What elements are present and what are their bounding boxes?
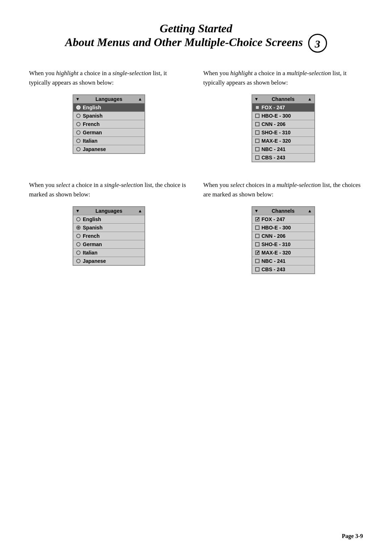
radio-english-top <box>76 105 81 110</box>
menu-item-german-bottom[interactable]: German <box>73 240 144 249</box>
menu-item-spanish-top[interactable]: Spanish <box>73 112 144 120</box>
channel-sho-bottom[interactable]: SHO-E - 310 <box>252 240 314 249</box>
channel-nbc-bottom[interactable]: NBC - 241 <box>252 257 314 265</box>
channel-sho-top[interactable]: SHO-E - 310 <box>252 129 314 137</box>
label-hbo-top: HBO-E - 300 <box>262 113 291 119</box>
menu-item-german-top[interactable]: German <box>73 129 144 137</box>
channel-nbc-top[interactable]: NBC - 241 <box>252 145 314 154</box>
channel-hbo-top[interactable]: HBO-E - 300 <box>252 112 314 120</box>
menu-header-top-left: ▼ Languages ▲ <box>73 95 144 103</box>
menu-item-spanish-bottom[interactable]: Spanish <box>73 224 144 232</box>
radio-japanese-top <box>76 147 81 151</box>
label-french-top: French <box>83 121 100 127</box>
checkbox-cbs-bottom <box>255 267 260 272</box>
label-spanish-bottom: Spanish <box>83 225 102 231</box>
channel-cbs-top[interactable]: CBS - 243 <box>252 154 314 162</box>
checkbox-max-top <box>255 139 260 143</box>
menu-item-english-top[interactable]: English <box>73 103 144 112</box>
bottom-left-description: When you select a choice in a single-sel… <box>29 180 189 199</box>
bottom-right-description: When you select choices in a multiple-se… <box>203 180 363 199</box>
menu-title-bottom-left: Languages <box>95 208 122 214</box>
channels-title-bottom: Channels <box>271 208 294 214</box>
checkbox-cnn-top <box>255 122 260 126</box>
menu-item-french-top[interactable]: French <box>73 120 144 129</box>
channel-max-top[interactable]: MAX-E - 320 <box>252 137 314 145</box>
radio-french-top <box>76 122 81 126</box>
top-right-col: When you highlight a choice in a multipl… <box>203 69 363 162</box>
radio-spanish-bottom-selected <box>76 225 81 230</box>
channels-header-top: ▼ Channels ▲ <box>252 95 314 103</box>
arrow-up-left: ▼ <box>75 97 80 102</box>
label-japanese-bottom: Japanese <box>83 258 106 264</box>
menu-item-japanese-top[interactable]: Japanese <box>73 145 144 153</box>
radio-japanese-bottom <box>76 259 81 263</box>
channel-fox-bottom[interactable]: FOX - 247 <box>252 215 314 224</box>
radio-german-top <box>76 130 81 135</box>
checkbox-cnn-bottom <box>255 234 260 238</box>
top-right-description: When you highlight a choice in a multipl… <box>203 69 363 87</box>
checkbox-hbo-top <box>255 114 260 118</box>
top-left-menu-wrapper: ▼ Languages ▲ English Spanish Frenc <box>29 94 189 154</box>
top-left-col: When you highlight a choice in a single-… <box>29 69 189 162</box>
bottom-left-menu-wrapper: ▼ Languages ▲ English Spanish Frenc <box>29 206 189 266</box>
bl-arrow-left: ▼ <box>75 208 80 213</box>
label-german-bottom: German <box>83 241 102 247</box>
checkbox-max-bottom-checked <box>255 250 260 255</box>
channel-fox-top[interactable]: FOX - 247 <box>252 103 314 112</box>
label-french-bottom: French <box>83 233 100 239</box>
menu-item-italian-bottom[interactable]: Italian <box>73 249 144 257</box>
checkbox-fox-bottom-checked <box>255 217 260 221</box>
label-italian-top: Italian <box>83 138 97 144</box>
page-number: Page 3-9 <box>342 533 363 539</box>
menu-item-french-bottom[interactable]: French <box>73 232 144 240</box>
menu-item-english-bottom[interactable]: English <box>73 215 144 224</box>
channels-title-top: Channels <box>271 96 294 102</box>
channels-menu-bottom-right: ▼ Channels ▲ FOX - 247 HBO-E - 300 <box>252 206 315 274</box>
top-section: When you highlight a choice in a single-… <box>29 69 363 162</box>
label-cbs-bottom: CBS - 243 <box>262 266 285 272</box>
page-header: Getting Started About Menus and Other Mu… <box>29 22 363 54</box>
label-sho-bottom: SHO-E - 310 <box>262 241 291 247</box>
top-left-description: When you highlight a choice in a single-… <box>29 69 189 87</box>
ch-arrow-up-right: ▲ <box>308 97 312 102</box>
label-english-top: English <box>83 105 101 110</box>
label-sho-top: SHO-E - 310 <box>262 130 291 135</box>
bottom-left-col: When you select a choice in a single-sel… <box>29 180 189 274</box>
arrow-up-right: ▲ <box>138 97 142 102</box>
ch-arrow-up-left: ▼ <box>254 97 259 102</box>
languages-menu-top-left: ▼ Languages ▲ English Spanish Frenc <box>73 94 145 154</box>
br-arrow-right: ▲ <box>308 208 312 213</box>
label-nbc-top: NBC - 241 <box>262 146 286 152</box>
radio-italian-bottom <box>76 250 81 255</box>
bottom-right-menu-wrapper: ▼ Channels ▲ FOX - 247 HBO-E - 300 <box>203 206 363 274</box>
radio-german-bottom <box>76 242 81 247</box>
menu-item-japanese-bottom[interactable]: Japanese <box>73 257 144 265</box>
channel-cbs-bottom[interactable]: CBS - 243 <box>252 265 314 273</box>
checkbox-hbo-bottom <box>255 225 260 230</box>
bottom-right-col: When you select choices in a multiple-se… <box>203 180 363 274</box>
radio-spanish-top <box>76 114 81 118</box>
channel-max-bottom[interactable]: MAX-E - 320 <box>252 249 314 257</box>
channel-cnn-top[interactable]: CNN - 206 <box>252 120 314 129</box>
label-english-bottom: English <box>83 216 101 222</box>
channels-menu-top-right: ▼ Channels ▲ FOX - 247 HBO-E - 300 <box>252 94 315 162</box>
channels-header-bottom: ▼ Channels ▲ <box>252 207 314 215</box>
label-fox-top: FOX - 247 <box>262 105 285 110</box>
header-subtitle: About Menus and Other Multiple-Choice Sc… <box>65 36 303 49</box>
checkbox-fox-top <box>255 105 260 110</box>
label-cnn-bottom: CNN - 206 <box>262 233 286 239</box>
label-cbs-top: CBS - 243 <box>262 155 285 160</box>
menu-title-top-left: Languages <box>95 96 122 102</box>
channel-cnn-bottom[interactable]: CNN - 206 <box>252 232 314 240</box>
channel-hbo-bottom[interactable]: HBO-E - 300 <box>252 224 314 232</box>
header-getting-started: Getting Started <box>29 22 363 35</box>
chapter-number: 3 <box>308 34 327 53</box>
bl-arrow-right: ▲ <box>138 208 142 213</box>
checkbox-nbc-bottom <box>255 259 260 263</box>
bottom-section: When you select a choice in a single-sel… <box>29 180 363 274</box>
radio-italian-top <box>76 139 81 143</box>
menu-item-italian-top[interactable]: Italian <box>73 137 144 145</box>
label-spanish-top: Spanish <box>83 113 102 119</box>
checkbox-nbc-top <box>255 147 260 151</box>
label-max-bottom: MAX-E - 320 <box>262 250 291 256</box>
